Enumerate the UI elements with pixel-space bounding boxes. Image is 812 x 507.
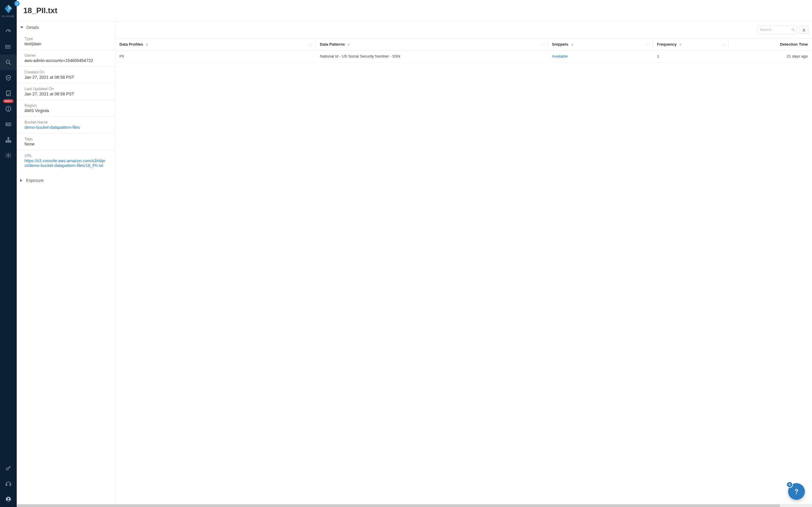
- exposure-section-title: Exposure: [26, 178, 44, 183]
- list-icon: [5, 44, 12, 50]
- nav-settings[interactable]: [0, 148, 17, 163]
- help-fab[interactable]: 6: [788, 483, 805, 500]
- details-fields: Type text/plain Owner aws-admin-accounts…: [17, 34, 115, 174]
- headset-icon: [5, 481, 12, 487]
- col-snippets[interactable]: Snippets ⋮⋮: [548, 39, 653, 50]
- nav-investigate[interactable]: [0, 55, 17, 70]
- sort-icon[interactable]: [146, 43, 148, 46]
- scrollbar-thumb[interactable]: [17, 504, 780, 507]
- brand-logo[interactable]: CLOUD: [2, 0, 15, 20]
- url-link[interactable]: https://s3.console.aws.amazon.com/s3/obj…: [24, 158, 107, 168]
- svg-point-24: [6, 468, 8, 470]
- field-region: Region AWS Virginia: [17, 100, 115, 117]
- nav-account[interactable]: [0, 492, 17, 507]
- svg-rect-25: [6, 484, 7, 486]
- drag-handle-icon[interactable]: ⋮⋮: [540, 43, 545, 46]
- svg-point-31: [796, 493, 797, 494]
- table-row[interactable]: PII National Id - US Social Security Num…: [115, 50, 812, 62]
- field-value: text/plain: [24, 42, 107, 46]
- nav-alerts[interactable]: 9999+: [0, 101, 17, 117]
- sidebar-expand-toggle[interactable]: [14, 1, 20, 6]
- sort-icon[interactable]: [571, 43, 573, 46]
- svg-rect-20: [6, 142, 7, 143]
- table-toolbar: [115, 21, 812, 38]
- field-owner: Owner aws-admin-accounts+154600454722: [17, 50, 115, 67]
- col-label: Data Patterns: [320, 42, 345, 47]
- search-box: [757, 25, 797, 34]
- details-panel: Details Type text/plain Owner aws-admin-…: [17, 21, 115, 504]
- magnifier-icon: [5, 59, 12, 66]
- sidebar: CLOUD 9999+: [0, 0, 17, 507]
- details-section-header[interactable]: Details: [17, 21, 115, 34]
- primary-nav: 9999+: [0, 23, 17, 163]
- chevron-right-icon: [20, 179, 22, 182]
- nav-compliance[interactable]: [0, 70, 17, 86]
- drag-handle-icon[interactable]: ⋮⋮: [721, 43, 726, 46]
- question-icon: [792, 487, 801, 496]
- nav-policy[interactable]: [0, 86, 17, 101]
- footer-nav: [0, 460, 17, 507]
- content-area: Data Profiles ⋮⋮ Data Patterns ⋮⋮: [115, 21, 812, 504]
- svg-rect-15: [6, 123, 11, 125]
- nav-network[interactable]: [0, 132, 17, 148]
- svg-point-7: [6, 47, 6, 47]
- help-count-badge: 6: [786, 482, 793, 488]
- col-frequency[interactable]: Frequency ⋮⋮: [653, 39, 728, 50]
- field-value: None: [24, 142, 107, 147]
- svg-rect-22: [10, 142, 11, 143]
- field-label: Last Updated On: [24, 87, 107, 91]
- sort-icon[interactable]: [679, 43, 681, 46]
- col-detection-time[interactable]: Detection Time: [728, 39, 812, 50]
- field-tags: Tags None: [17, 133, 115, 150]
- nav-dashboard[interactable]: [0, 23, 17, 39]
- drag-handle-icon[interactable]: ⋮⋮: [308, 43, 313, 46]
- bucket-link[interactable]: demo-bucket-datapattern-files: [24, 125, 107, 130]
- svg-point-14: [8, 110, 8, 110]
- nav-keys[interactable]: [0, 460, 17, 476]
- field-value: aws-admin-accounts+154600454722: [24, 58, 107, 63]
- svg-rect-19: [8, 137, 9, 139]
- field-value: AWS Virginia: [24, 108, 107, 113]
- details-section-title: Details: [26, 25, 39, 30]
- col-data-patterns[interactable]: Data Patterns ⋮⋮: [315, 39, 548, 50]
- chevron-right-icon: [15, 2, 18, 5]
- nav-support[interactable]: [0, 476, 17, 492]
- network-icon: [5, 136, 12, 143]
- table-header-row: Data Profiles ⋮⋮ Data Patterns ⋮⋮: [115, 39, 812, 50]
- search-icon: [791, 28, 795, 32]
- svg-line-30: [794, 31, 795, 32]
- page-body: Details Type text/plain Owner aws-admin-…: [17, 21, 812, 504]
- col-data-profiles[interactable]: Data Profiles ⋮⋮: [115, 39, 315, 50]
- drag-handle-icon[interactable]: ⋮⋮: [645, 43, 651, 46]
- sort-icon[interactable]: [348, 43, 350, 46]
- field-label: Region: [24, 103, 107, 108]
- exposure-section-header[interactable]: Exposure: [17, 174, 115, 186]
- cell-data-profile: PII: [115, 50, 315, 62]
- download-button[interactable]: [800, 25, 808, 34]
- col-label: Snippets: [552, 42, 568, 47]
- prisma-logo-icon: [4, 4, 13, 14]
- svg-rect-21: [8, 142, 9, 143]
- svg-point-8: [6, 48, 6, 49]
- svg-point-6: [6, 45, 6, 46]
- nav-list[interactable]: [0, 39, 17, 55]
- horizontal-scrollbar[interactable]: [17, 504, 812, 507]
- field-value: Jan 27, 2021 at 08:58 PST: [24, 75, 107, 79]
- svg-rect-11: [7, 91, 10, 96]
- page-header: 18_PII.txt: [17, 0, 812, 21]
- alert-circle-icon: [5, 106, 12, 112]
- cell-frequency: 1: [653, 50, 728, 62]
- svg-point-28: [7, 498, 9, 500]
- key-icon: [5, 465, 12, 471]
- nav-inventory[interactable]: [0, 117, 17, 132]
- svg-point-23: [7, 155, 9, 156]
- field-label: Type: [24, 37, 107, 41]
- document-check-icon: [5, 90, 12, 97]
- svg-point-29: [792, 28, 794, 31]
- field-label: Tags: [24, 136, 107, 141]
- col-label: Data Profiles: [119, 42, 143, 47]
- page-title: 18_PII.txt: [23, 6, 57, 15]
- cell-snippet-link[interactable]: Available: [548, 50, 653, 62]
- field-bucket-name: Bucket Name demo-bucket-datapattern-file…: [17, 117, 115, 133]
- svg-point-9: [6, 60, 9, 63]
